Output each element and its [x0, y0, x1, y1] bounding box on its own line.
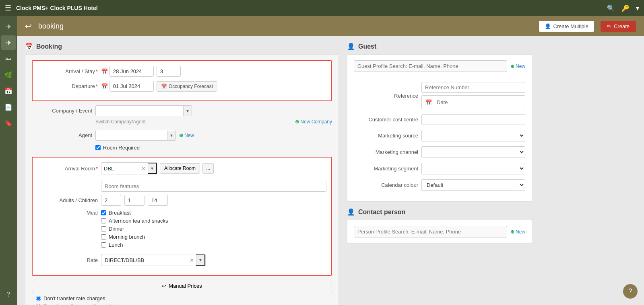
manual-prices-label: Manual Prices: [169, 283, 202, 289]
marketing-segment-select-wrap: [421, 163, 525, 174]
breakfast-label: Breakfast: [109, 210, 131, 216]
chevron-down-icon[interactable]: ▾: [636, 4, 639, 12]
breakfast-checkbox[interactable]: [101, 210, 106, 215]
marketing-channel-select-wrap: [421, 146, 525, 158]
morning-brunch-checkbox[interactable]: [101, 234, 106, 239]
breakfast-checkbox-label[interactable]: Breakfast: [101, 210, 168, 216]
guest-section-header: 👤 Guest: [347, 43, 532, 50]
lunch-label: Lunch: [109, 242, 123, 248]
agent-select[interactable]: [96, 130, 167, 140]
lunch-checkbox[interactable]: [101, 242, 106, 248]
room-type-clear-button[interactable]: ✕: [139, 164, 148, 174]
customer-cost-centre-input[interactable]: [421, 114, 525, 125]
morning-brunch-label: Morning brunch: [109, 234, 145, 240]
afternoon-tea-checkbox[interactable]: [101, 218, 106, 223]
sidebar-icon-bookmarks[interactable]: 🔖: [1, 116, 16, 130]
sidebar-icon-flights[interactable]: ✈: [1, 19, 16, 34]
rate-input[interactable]: [101, 255, 188, 265]
departure-date-input[interactable]: [109, 81, 154, 92]
manual-prices-icon: ↩: [162, 283, 166, 289]
room-more-button[interactable]: ...: [202, 163, 214, 174]
transfer-option-2[interactable]: Transfer to Company/Agent folio: [36, 303, 332, 305]
sidebar: ✈ ✈ 🛏 🌿 📅 📄 🔖 ?: [0, 16, 17, 305]
child-age-input[interactable]: [148, 195, 168, 206]
right-column: 👤 Guest ⊕ New Reference: [347, 43, 532, 305]
create-multiple-button[interactable]: 👤 Create Multiple: [539, 21, 594, 32]
sidebar-icon-spa[interactable]: 🌿: [1, 68, 16, 82]
afternoon-tea-checkbox-label[interactable]: Afternoon tea and snacks: [101, 218, 168, 224]
departure-row: Departure 📅 📅 Occupancy Forecast: [37, 81, 326, 92]
brand-label: Clock PMS+ Clock PLUS Hotel: [16, 5, 98, 11]
nights-input[interactable]: [157, 66, 181, 77]
customer-cost-centre-input-wrap: [421, 114, 525, 125]
menu-icon[interactable]: ☰: [5, 4, 11, 12]
marketing-source-select-wrap: [421, 130, 525, 141]
calendar-colour-select[interactable]: Default: [421, 179, 525, 191]
room-features-input[interactable]: [101, 181, 326, 192]
room-required-label[interactable]: Room Required: [95, 145, 140, 151]
morning-brunch-checkbox-label[interactable]: Morning brunch: [101, 234, 168, 240]
transfer-label-1: Don't transfer rate charges: [43, 295, 105, 301]
room-type-wrapper: ✕ ▾: [101, 162, 157, 174]
allocate-room-button[interactable]: Allocate Room: [160, 163, 200, 174]
adults-input[interactable]: [101, 195, 121, 206]
room-section: Arrival Room ✕ ▾ Allocate Room ...: [32, 157, 332, 276]
new-company-button[interactable]: ⊕ New Company: [295, 118, 332, 126]
guest-new-button[interactable]: ⊕ New: [510, 62, 525, 70]
switch-company-label: Switch Company/Agent: [95, 119, 146, 125]
children-input[interactable]: [124, 195, 144, 206]
company-event-select[interactable]: [96, 106, 183, 116]
contact-search-wrapper: [354, 226, 507, 237]
agent-label: Agent: [32, 132, 92, 138]
contact-search-row: ⊕ New: [354, 226, 525, 237]
contact-new-plus-icon: ⊕: [510, 229, 514, 235]
guest-person-icon: 👤: [347, 43, 355, 50]
dinner-checkbox[interactable]: [101, 226, 106, 231]
key-icon[interactable]: 🔑: [621, 4, 630, 12]
sidebar-help-icon[interactable]: ?: [1, 287, 16, 302]
lunch-checkbox-label[interactable]: Lunch: [101, 242, 168, 248]
sidebar-icon-reports[interactable]: 📄: [1, 100, 16, 114]
contact-search-input[interactable]: [354, 226, 507, 237]
company-event-arrow[interactable]: ▾: [183, 106, 192, 116]
reference-input[interactable]: [421, 82, 525, 93]
dinner-checkbox-label[interactable]: Dinner: [101, 226, 168, 232]
create-button[interactable]: ✏ Create: [601, 21, 636, 32]
room-required-checkbox[interactable]: [95, 145, 101, 150]
room-type-input[interactable]: [101, 164, 139, 174]
arrival-room-label: Arrival Room: [37, 166, 98, 172]
sidebar-icon-rooms[interactable]: 🛏: [1, 51, 16, 66]
transfer-radio-1[interactable]: [36, 296, 41, 301]
marketing-source-select[interactable]: [421, 130, 525, 141]
transfer-option-1[interactable]: Don't transfer rate charges: [36, 295, 332, 301]
arrival-date-input[interactable]: [109, 66, 154, 77]
room-type-arrow-button[interactable]: ▾: [148, 163, 157, 174]
adults-children-label: Adults / Children: [37, 197, 98, 203]
manual-prices-button[interactable]: ↩ Manual Prices: [32, 280, 332, 292]
switch-company-row: Switch Company/Agent ⊕ New Company: [32, 118, 332, 126]
search-icon[interactable]: 🔍: [607, 4, 615, 12]
help-bubble[interactable]: ?: [623, 284, 638, 299]
contact-new-button[interactable]: ⊕ New: [510, 228, 525, 236]
occupancy-forecast-button[interactable]: 📅 Occupancy Forecast: [157, 81, 217, 92]
reference-date-input[interactable]: [433, 97, 522, 107]
new-agent-plus-icon: ⊕: [179, 133, 183, 138]
guest-search-input[interactable]: [354, 61, 507, 72]
agent-row: Agent ▾ ⊕ New: [32, 130, 332, 141]
back-icon[interactable]: ↩: [25, 21, 32, 31]
rate-clear-button[interactable]: ✕: [188, 255, 196, 265]
create-multiple-icon: 👤: [545, 23, 551, 29]
company-event-dropdown[interactable]: ▾: [95, 105, 192, 116]
top-bar: ☰ Clock PMS+ Clock PLUS Hotel 🔍 🔑 ▾: [0, 0, 644, 16]
rate-arrow-button[interactable]: ▾: [196, 254, 205, 266]
sidebar-icon-arrivals[interactable]: ✈: [1, 35, 16, 50]
agent-arrow[interactable]: ▾: [167, 131, 175, 140]
arrival-room-controls: ✕ ▾ Allocate Room ...: [101, 162, 214, 174]
sidebar-icon-calendar[interactable]: 📅: [1, 84, 16, 98]
new-agent-button[interactable]: ⊕ New: [179, 131, 194, 139]
agent-dropdown[interactable]: ▾: [95, 130, 176, 141]
marketing-segment-select[interactable]: [421, 163, 525, 174]
new-company-plus-icon: ⊕: [295, 119, 299, 125]
transfer-label-2: Transfer to Company/Agent folio: [43, 303, 119, 305]
marketing-channel-select[interactable]: [421, 146, 525, 158]
